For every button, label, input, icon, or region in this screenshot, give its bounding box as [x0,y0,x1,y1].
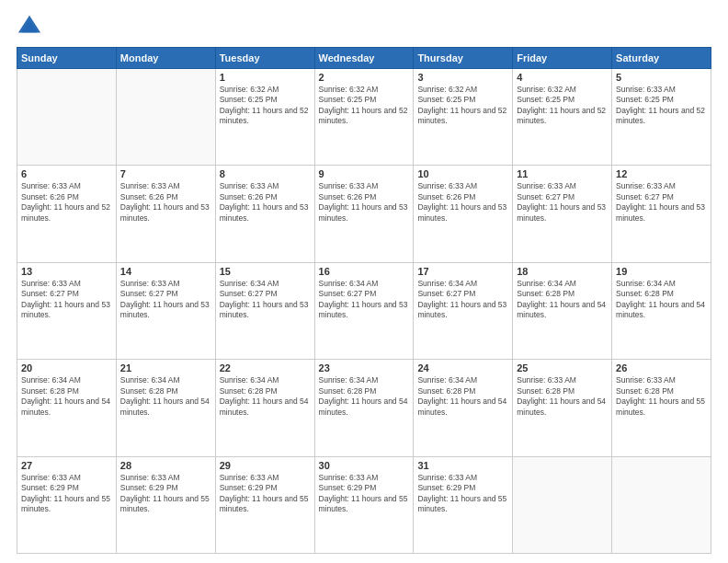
day-number: 22 [220,362,311,373]
day-detail: Sunrise: 6:32 AM Sunset: 6:25 PM Dayligh… [517,85,608,127]
calendar-cell: 9Sunrise: 6:33 AM Sunset: 6:26 PM Daylig… [314,166,414,262]
header-day-sunday: Sunday [17,48,117,69]
calendar-cell: 29Sunrise: 6:33 AM Sunset: 6:29 PM Dayli… [215,456,314,553]
day-number: 20 [21,362,112,373]
day-number: 18 [517,266,608,277]
day-detail: Sunrise: 6:33 AM Sunset: 6:29 PM Dayligh… [319,473,410,515]
day-detail: Sunrise: 6:34 AM Sunset: 6:27 PM Dayligh… [319,279,410,321]
day-detail: Sunrise: 6:33 AM Sunset: 6:27 PM Dayligh… [120,279,211,321]
day-number: 9 [319,168,410,179]
day-detail: Sunrise: 6:33 AM Sunset: 6:28 PM Dayligh… [517,375,608,418]
calendar-cell: 27Sunrise: 6:33 AM Sunset: 6:29 PM Dayli… [17,456,117,553]
calendar-cell: 11Sunrise: 6:33 AM Sunset: 6:27 PM Dayli… [513,166,612,262]
day-detail: Sunrise: 6:34 AM Sunset: 6:28 PM Dayligh… [616,279,707,321]
day-number: 7 [120,168,211,179]
day-detail: Sunrise: 6:34 AM Sunset: 6:28 PM Dayligh… [120,375,211,418]
logo-icon [17,14,42,40]
day-detail: Sunrise: 6:33 AM Sunset: 6:27 PM Dayligh… [616,181,707,224]
calendar-cell: 20Sunrise: 6:34 AM Sunset: 6:28 PM Dayli… [17,360,117,456]
day-detail: Sunrise: 6:33 AM Sunset: 6:26 PM Dayligh… [120,181,211,224]
calendar-cell: 16Sunrise: 6:34 AM Sunset: 6:27 PM Dayli… [314,262,414,359]
calendar-cell: 4Sunrise: 6:32 AM Sunset: 6:25 PM Daylig… [513,69,612,166]
calendar-cell [513,456,612,553]
day-detail: Sunrise: 6:34 AM Sunset: 6:28 PM Dayligh… [21,375,112,418]
calendar-cell: 5Sunrise: 6:33 AM Sunset: 6:25 PM Daylig… [612,69,711,166]
calendar-cell: 19Sunrise: 6:34 AM Sunset: 6:28 PM Dayli… [612,262,711,359]
calendar-cell: 2Sunrise: 6:32 AM Sunset: 6:25 PM Daylig… [314,69,414,166]
day-number: 13 [21,266,112,277]
header-day-thursday: Thursday [414,48,513,69]
calendar-cell: 10Sunrise: 6:33 AM Sunset: 6:26 PM Dayli… [414,166,513,262]
day-number: 6 [21,168,112,179]
day-number: 10 [417,168,508,179]
day-number: 19 [616,266,707,277]
calendar-cell: 23Sunrise: 6:34 AM Sunset: 6:28 PM Dayli… [314,360,414,456]
day-detail: Sunrise: 6:32 AM Sunset: 6:25 PM Dayligh… [417,85,508,127]
calendar-cell: 30Sunrise: 6:33 AM Sunset: 6:29 PM Dayli… [314,456,414,553]
day-number: 25 [517,362,608,373]
day-number: 26 [616,362,707,373]
calendar-cell: 21Sunrise: 6:34 AM Sunset: 6:28 PM Dayli… [116,360,215,456]
calendar-cell: 25Sunrise: 6:33 AM Sunset: 6:28 PM Dayli… [513,360,612,456]
calendar-cell [612,456,711,553]
calendar-cell: 6Sunrise: 6:33 AM Sunset: 6:26 PM Daylig… [17,166,117,262]
calendar-cell: 14Sunrise: 6:33 AM Sunset: 6:27 PM Dayli… [116,262,215,359]
day-detail: Sunrise: 6:34 AM Sunset: 6:27 PM Dayligh… [417,279,508,321]
day-detail: Sunrise: 6:33 AM Sunset: 6:28 PM Dayligh… [616,375,707,418]
logo [17,14,46,40]
header-day-tuesday: Tuesday [215,48,314,69]
day-detail: Sunrise: 6:32 AM Sunset: 6:25 PM Dayligh… [319,85,410,127]
day-detail: Sunrise: 6:34 AM Sunset: 6:27 PM Dayligh… [220,279,311,321]
calendar-cell: 8Sunrise: 6:33 AM Sunset: 6:26 PM Daylig… [215,166,314,262]
calendar-cell: 1Sunrise: 6:32 AM Sunset: 6:25 PM Daylig… [215,69,314,166]
day-detail: Sunrise: 6:33 AM Sunset: 6:29 PM Dayligh… [220,473,311,515]
day-number: 30 [319,460,410,471]
week-row-5: 27Sunrise: 6:33 AM Sunset: 6:29 PM Dayli… [17,456,711,553]
day-number: 27 [21,460,112,471]
day-number: 5 [616,72,707,83]
day-detail: Sunrise: 6:34 AM Sunset: 6:28 PM Dayligh… [220,375,311,418]
day-number: 12 [616,168,707,179]
calendar-cell: 26Sunrise: 6:33 AM Sunset: 6:28 PM Dayli… [612,360,711,456]
week-row-2: 6Sunrise: 6:33 AM Sunset: 6:26 PM Daylig… [17,166,711,262]
page: SundayMondayTuesdayWednesdayThursdayFrid… [0,0,728,563]
day-detail: Sunrise: 6:33 AM Sunset: 6:26 PM Dayligh… [21,181,112,224]
day-number: 11 [517,168,608,179]
calendar-cell: 31Sunrise: 6:33 AM Sunset: 6:29 PM Dayli… [414,456,513,553]
header-row: SundayMondayTuesdayWednesdayThursdayFrid… [17,48,711,69]
calendar-cell: 28Sunrise: 6:33 AM Sunset: 6:29 PM Dayli… [116,456,215,553]
header-day-saturday: Saturday [612,48,711,69]
day-detail: Sunrise: 6:33 AM Sunset: 6:29 PM Dayligh… [120,473,211,515]
calendar-table: SundayMondayTuesdayWednesdayThursdayFrid… [17,47,711,554]
day-number: 17 [417,266,508,277]
day-number: 16 [319,266,410,277]
day-detail: Sunrise: 6:34 AM Sunset: 6:28 PM Dayligh… [517,279,608,321]
calendar-cell: 13Sunrise: 6:33 AM Sunset: 6:27 PM Dayli… [17,262,117,359]
day-number: 14 [120,266,211,277]
day-number: 1 [220,72,311,83]
day-number: 23 [319,362,410,373]
day-number: 31 [417,460,508,471]
day-number: 3 [417,72,508,83]
day-number: 15 [220,266,311,277]
day-detail: Sunrise: 6:32 AM Sunset: 6:25 PM Dayligh… [220,85,311,127]
day-detail: Sunrise: 6:33 AM Sunset: 6:26 PM Dayligh… [319,181,410,224]
day-number: 2 [319,72,410,83]
day-detail: Sunrise: 6:33 AM Sunset: 6:27 PM Dayligh… [517,181,608,224]
calendar-cell: 24Sunrise: 6:34 AM Sunset: 6:28 PM Dayli… [414,360,513,456]
week-row-4: 20Sunrise: 6:34 AM Sunset: 6:28 PM Dayli… [17,360,711,456]
day-number: 21 [120,362,211,373]
header-day-wednesday: Wednesday [314,48,414,69]
day-detail: Sunrise: 6:33 AM Sunset: 6:27 PM Dayligh… [21,279,112,321]
day-number: 24 [417,362,508,373]
day-number: 8 [220,168,311,179]
day-detail: Sunrise: 6:33 AM Sunset: 6:26 PM Dayligh… [417,181,508,224]
day-detail: Sunrise: 6:34 AM Sunset: 6:28 PM Dayligh… [417,375,508,418]
day-detail: Sunrise: 6:33 AM Sunset: 6:29 PM Dayligh… [417,473,508,515]
day-detail: Sunrise: 6:33 AM Sunset: 6:25 PM Dayligh… [616,85,707,127]
header-day-monday: Monday [116,48,215,69]
calendar-cell [116,69,215,166]
calendar-cell: 7Sunrise: 6:33 AM Sunset: 6:26 PM Daylig… [116,166,215,262]
day-detail: Sunrise: 6:33 AM Sunset: 6:29 PM Dayligh… [21,473,112,515]
calendar-cell [17,69,117,166]
